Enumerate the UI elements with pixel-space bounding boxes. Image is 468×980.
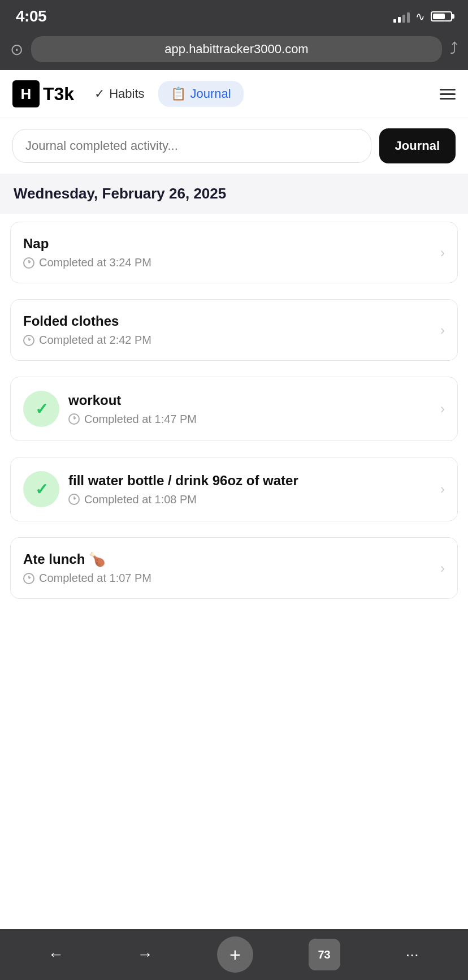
share-icon[interactable]: ⤴ bbox=[450, 40, 458, 58]
hamburger-line-2 bbox=[440, 93, 456, 95]
bottom-nav: ← → + 73 ··· bbox=[0, 929, 468, 980]
activity-time-folded-clothes: Completed at 2:42 PM bbox=[23, 334, 431, 347]
check-mark-water: ✓ bbox=[35, 480, 48, 499]
add-button[interactable]: + bbox=[217, 936, 253, 973]
habits-label: Habits bbox=[109, 87, 144, 101]
journal-submit-button[interactable]: Journal bbox=[379, 128, 456, 163]
activity-card-lunch[interactable]: Ate lunch 🍗 Completed at 1:07 PM › bbox=[10, 537, 458, 599]
activity-card-nap[interactable]: Nap Completed at 3:24 PM › bbox=[10, 222, 458, 283]
journal-nav-button[interactable]: 📋 Journal bbox=[158, 81, 244, 107]
app-nav: H T3k ✓ Habits 📋 Journal bbox=[0, 70, 468, 118]
journal-nav-label: Journal bbox=[190, 87, 231, 101]
activity-card-water[interactable]: ✓ fill water bottle / drink 96oz of wate… bbox=[10, 457, 458, 521]
clock-icon-water bbox=[68, 494, 80, 505]
signal-icon bbox=[393, 10, 410, 23]
activity-time-lunch: Completed at 1:07 PM bbox=[23, 572, 431, 585]
activity-content-workout: workout Completed at 1:47 PM bbox=[68, 392, 431, 426]
chevron-right-water: › bbox=[440, 481, 445, 497]
clock-icon-workout bbox=[68, 413, 80, 425]
date-header-text: Wednesday, February 26, 2025 bbox=[14, 185, 226, 202]
check-avatar-water: ✓ bbox=[23, 471, 59, 507]
search-bar-row: Journal bbox=[0, 118, 468, 174]
clock-icon-lunch bbox=[23, 573, 34, 584]
hamburger-line-3 bbox=[440, 98, 456, 100]
clock-icon-folded-clothes bbox=[23, 335, 34, 346]
clock-icon-nap bbox=[23, 257, 34, 269]
activity-title-water: fill water bottle / drink 96oz of water bbox=[68, 473, 431, 489]
battery-icon bbox=[431, 11, 452, 21]
activity-time-text-lunch: Completed at 1:07 PM bbox=[39, 572, 151, 585]
wifi-icon: ∿ bbox=[415, 10, 425, 23]
journal-search-input[interactable] bbox=[12, 129, 371, 163]
logo-text: T3k bbox=[43, 84, 74, 105]
logo-box: H bbox=[12, 80, 40, 107]
status-icons: ∿ bbox=[393, 10, 452, 23]
clipboard-icon: 📋 bbox=[171, 87, 186, 101]
date-header: Wednesday, February 26, 2025 bbox=[0, 174, 468, 214]
activity-time-text-nap: Completed at 3:24 PM bbox=[39, 256, 151, 269]
url-bar[interactable]: app.habittracker3000.com bbox=[31, 36, 442, 62]
tabs-button[interactable]: 73 bbox=[309, 939, 340, 970]
url-text: app.habittracker3000.com bbox=[164, 42, 308, 57]
activity-time-text-workout: Completed at 1:47 PM bbox=[84, 413, 197, 426]
check-mark-workout: ✓ bbox=[35, 400, 48, 418]
check-avatar-workout: ✓ bbox=[23, 391, 59, 427]
activity-content-lunch: Ate lunch 🍗 Completed at 1:07 PM bbox=[23, 551, 431, 585]
app-logo: H T3k bbox=[12, 80, 74, 107]
activity-title-workout: workout bbox=[68, 392, 431, 408]
hamburger-menu[interactable] bbox=[440, 89, 456, 100]
camera-icon: ⊙ bbox=[10, 40, 23, 59]
check-icon: ✓ bbox=[94, 87, 105, 101]
chevron-right-workout: › bbox=[440, 401, 445, 417]
forward-button[interactable]: → bbox=[128, 938, 162, 972]
activity-time-text-folded-clothes: Completed at 2:42 PM bbox=[39, 334, 151, 347]
browser-bar: ⊙ app.habittracker3000.com ⤴ bbox=[0, 31, 468, 70]
more-button[interactable]: ··· bbox=[395, 938, 429, 972]
activity-title-folded-clothes: Folded clothes bbox=[23, 313, 431, 329]
activity-time-nap: Completed at 3:24 PM bbox=[23, 256, 431, 269]
chevron-right-lunch: › bbox=[440, 560, 445, 576]
activity-content-nap: Nap Completed at 3:24 PM bbox=[23, 236, 431, 269]
activity-time-water: Completed at 1:08 PM bbox=[68, 493, 431, 506]
activity-content-folded-clothes: Folded clothes Completed at 2:42 PM bbox=[23, 313, 431, 347]
activity-card-workout[interactable]: ✓ workout Completed at 1:47 PM › bbox=[10, 377, 458, 441]
hamburger-line-1 bbox=[440, 89, 456, 90]
status-bar: 4:05 ∿ bbox=[0, 0, 468, 31]
activity-list: Nap Completed at 3:24 PM › Folded clothe… bbox=[0, 214, 468, 655]
habits-nav-item[interactable]: ✓ Habits bbox=[94, 87, 144, 101]
activity-title-lunch: Ate lunch 🍗 bbox=[23, 551, 431, 567]
activity-title-nap: Nap bbox=[23, 236, 431, 252]
activity-content-water: fill water bottle / drink 96oz of water … bbox=[68, 473, 431, 506]
activity-time-workout: Completed at 1:47 PM bbox=[68, 413, 431, 426]
status-time: 4:05 bbox=[16, 7, 46, 25]
chevron-right-folded-clothes: › bbox=[440, 322, 445, 338]
chevron-right-nap: › bbox=[440, 245, 445, 261]
back-button[interactable]: ← bbox=[39, 938, 73, 972]
activity-card-folded-clothes[interactable]: Folded clothes Completed at 2:42 PM › bbox=[10, 299, 458, 361]
activity-time-text-water: Completed at 1:08 PM bbox=[84, 493, 197, 506]
